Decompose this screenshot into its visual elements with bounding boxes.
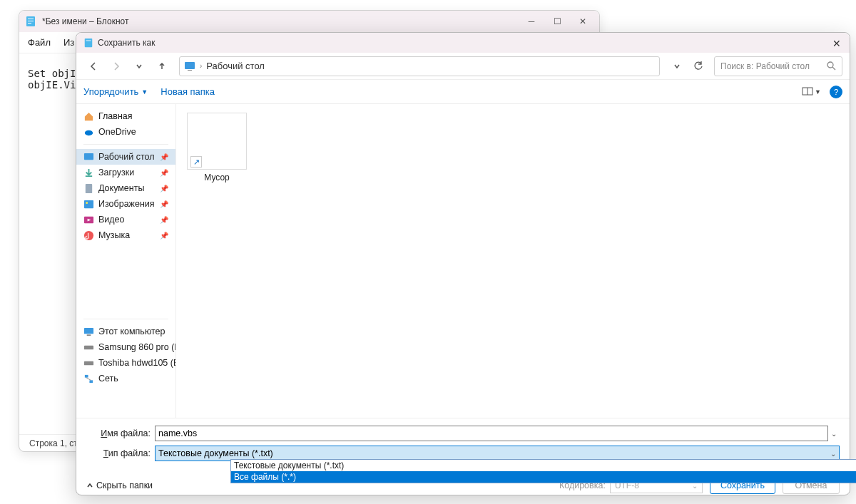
pictures-icon (83, 199, 94, 210)
sidebar-item-drive-d[interactable]: Samsung 860 pro (D: (76, 339, 175, 355)
minimize-button[interactable]: ─ (526, 16, 536, 26)
filetype-option-all[interactable]: Все файлы (*.*) (231, 471, 856, 483)
file-item-musor[interactable]: ↗ Мусор (185, 113, 249, 182)
svg-rect-16 (84, 200, 93, 207)
sidebar-item-network[interactable]: Сеть (76, 371, 175, 386)
file-pane[interactable]: ↗ Мусор (176, 104, 850, 418)
music-icon (83, 230, 94, 241)
network-icon (83, 374, 94, 384)
svg-point-17 (86, 202, 88, 204)
nav-back-button[interactable] (83, 56, 103, 76)
notepad-title: *Без имени – Блокнот (42, 16, 526, 26)
search-icon (827, 61, 836, 71)
svg-line-26 (86, 377, 91, 380)
sidebar-item-onedrive[interactable]: OneDrive (76, 124, 175, 140)
drive-icon (83, 342, 94, 353)
pin-icon: 📌 (160, 200, 168, 208)
sidebar-item-drive-e[interactable]: Toshiba hdwd105 (E:) (76, 355, 175, 371)
home-icon (83, 111, 94, 122)
sidebar-item-pc[interactable]: Этот компьютер (76, 324, 175, 339)
sidebar-item-desktop[interactable]: Рабочий стол 📌 (76, 149, 175, 165)
menu-edit[interactable]: Из (63, 37, 74, 48)
svg-rect-5 (86, 41, 91, 41)
search-placeholder: Поиск в: Рабочий стол (720, 61, 810, 71)
pc-icon (83, 326, 94, 337)
filename-label: Имя файла: (86, 428, 155, 438)
svg-rect-21 (87, 334, 91, 336)
file-thumbnail: ↗ (187, 113, 247, 170)
filename-dropdown-button[interactable]: ⌄ (828, 430, 840, 438)
filetype-option-txt[interactable]: Текстовые документы (*.txt) (231, 460, 856, 471)
close-button[interactable]: ✕ (578, 16, 588, 26)
hide-folders-button[interactable]: Скрыть папки (86, 480, 153, 490)
maximize-button[interactable]: ☐ (552, 16, 562, 26)
sidebar-item-pictures[interactable]: Изображения 📌 (76, 196, 175, 212)
svg-rect-7 (188, 70, 192, 71)
svg-point-8 (827, 62, 833, 68)
sidebar-item-music[interactable]: Музыка 📌 (76, 227, 175, 243)
dialog-close-button[interactable]: ✕ (832, 38, 842, 48)
svg-rect-23 (84, 361, 93, 365)
svg-rect-22 (84, 345, 93, 349)
chevron-down-icon: ⌄ (830, 450, 836, 458)
addr-dropdown-button[interactable] (667, 56, 687, 76)
chevron-up-icon (86, 482, 93, 489)
save-as-dialog: Сохранить как ✕ › Рабочий стол Поиск в: … (76, 32, 850, 495)
nav-recent-button[interactable] (129, 56, 149, 76)
svg-rect-4 (85, 38, 93, 47)
svg-line-9 (832, 67, 835, 70)
breadcrumb-desktop[interactable]: Рабочий стол (206, 61, 265, 71)
nav-up-button[interactable] (152, 56, 172, 76)
svg-rect-6 (185, 62, 195, 69)
document-icon (83, 183, 94, 194)
sidebar-item-documents[interactable]: Документы 📌 (76, 180, 175, 196)
pin-icon: 📌 (160, 185, 168, 192)
dialog-title: Сохранить как (98, 38, 155, 48)
sidebar-item-downloads[interactable]: Загрузки 📌 (76, 165, 175, 180)
svg-rect-20 (84, 327, 93, 333)
desktop-icon (184, 61, 195, 72)
pin-icon: 📌 (160, 216, 168, 224)
file-label: Мусор (204, 173, 229, 182)
svg-rect-1 (28, 19, 34, 19)
pin-icon: 📌 (160, 232, 168, 240)
notepad-titlebar: *Без имени – Блокнот ─ ☐ ✕ (19, 11, 599, 32)
search-input[interactable]: Поиск в: Рабочий стол (714, 56, 842, 76)
chevron-right-icon: › (200, 62, 202, 70)
svg-rect-15 (86, 183, 92, 192)
svg-rect-2 (28, 21, 34, 21)
shortcut-arrow-icon: ↗ (190, 156, 202, 168)
filename-input[interactable] (155, 426, 828, 441)
pin-icon: 📌 (160, 153, 168, 161)
dialog-titlebar: Сохранить как ✕ (76, 33, 850, 53)
notepad-icon (83, 38, 93, 48)
nav-toolbar: › Рабочий стол Поиск в: Рабочий стол (76, 53, 850, 80)
help-button[interactable]: ? (830, 86, 842, 98)
video-icon (83, 215, 94, 225)
view-options-button[interactable]: ▼ (802, 86, 821, 98)
svg-point-19 (84, 230, 93, 240)
organize-button[interactable]: Упорядочить ▼ (83, 86, 148, 97)
filetype-dropdown-list: Текстовые документы (*.txt) Все файлы (*… (230, 459, 856, 483)
refresh-button[interactable] (688, 56, 708, 76)
filetype-label: Тип файла: (86, 448, 155, 458)
sidebar-item-videos[interactable]: Видео 📌 (76, 212, 175, 227)
new-folder-button[interactable]: Новая папка (160, 86, 215, 97)
status-pos: Строка 1, сто (29, 438, 82, 448)
address-bar[interactable]: › Рабочий стол (179, 56, 660, 76)
nav-forward-button[interactable] (106, 56, 126, 76)
svg-rect-3 (28, 23, 31, 24)
drive-icon (83, 358, 94, 369)
svg-point-12 (85, 130, 93, 135)
menu-file[interactable]: Файл (28, 37, 51, 48)
svg-rect-25 (89, 380, 93, 383)
desktop-icon (83, 152, 94, 163)
notepad-icon (25, 16, 36, 27)
sidebar: Главная OneDrive Рабочий стол 📌 Загрузки… (76, 104, 176, 418)
svg-rect-24 (85, 374, 88, 377)
sidebar-item-home[interactable]: Главная (76, 108, 175, 124)
dialog-toolbar: Упорядочить ▼ Новая папка ▼ ? (76, 80, 850, 104)
download-icon (83, 168, 94, 178)
pin-icon: 📌 (160, 169, 168, 177)
cloud-icon (83, 127, 94, 138)
